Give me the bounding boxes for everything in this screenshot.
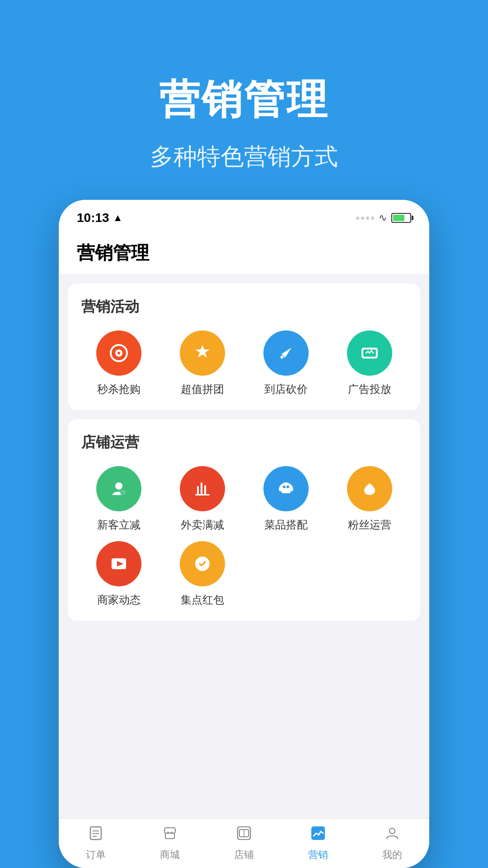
- ads-icon: [347, 330, 392, 376]
- svg-rect-11: [197, 486, 199, 495]
- dishmatch-icon: [263, 466, 309, 511]
- takeout-icon: [180, 466, 225, 511]
- fanop-icon: [347, 466, 392, 511]
- groupbuy-icon: [180, 330, 225, 376]
- newcustomer-item[interactable]: 新客立减: [81, 466, 156, 532]
- svg-rect-10: [204, 485, 206, 495]
- merchant-dynamic-item[interactable]: 商家动态: [81, 541, 156, 607]
- fanop-item[interactable]: 粉丝运营: [332, 466, 407, 532]
- orders-icon: [88, 825, 104, 845]
- hero-title: 营销管理: [159, 72, 329, 127]
- newcustomer-label: 新客立减: [97, 518, 141, 532]
- marketing-activities-card: 营销活动 秒杀抢购: [68, 283, 420, 410]
- dishmatch-item[interactable]: 菜品搭配: [249, 466, 323, 532]
- signal-icon: [356, 217, 374, 220]
- store-label: 店铺: [234, 848, 254, 862]
- store-operations-card: 店铺运营 新客立减: [68, 419, 420, 621]
- points-redpack-label: 集点红包: [181, 593, 224, 607]
- nav-mall[interactable]: 商城: [133, 825, 207, 862]
- marketing-label: 营销: [308, 848, 328, 862]
- phone-frame: 10:13 ▲ ∿ 营销管理 营销活动: [59, 200, 429, 868]
- groupbuy-item[interactable]: 超值拼团: [165, 330, 239, 396]
- svg-rect-12: [195, 494, 210, 495]
- store-icon-grid: 新客立减 外卖满减: [81, 466, 407, 607]
- takeout-item[interactable]: 外卖满减: [165, 466, 239, 532]
- fanop-label: 粉丝运营: [348, 518, 391, 532]
- orders-label: 订单: [86, 848, 106, 862]
- merchant-dynamic-label: 商家动态: [97, 593, 141, 607]
- marketing-icon: [310, 825, 326, 845]
- bargain-item[interactable]: 到店砍价: [249, 330, 323, 396]
- hero-subtitle: 多种特色营销方式: [150, 141, 338, 173]
- ads-label: 广告投放: [348, 382, 391, 396]
- status-icons: ∿: [356, 212, 411, 224]
- svg-point-14: [283, 486, 286, 488]
- mall-icon: [162, 825, 178, 845]
- newcustomer-icon: [96, 466, 141, 511]
- location-icon: ▲: [113, 212, 123, 224]
- ads-item[interactable]: 广告投放: [332, 330, 407, 396]
- store-section-title: 店铺运营: [81, 433, 407, 453]
- bargain-label: 到店砍价: [264, 382, 308, 396]
- svg-rect-9: [201, 482, 202, 495]
- takeout-label: 外卖满减: [181, 518, 224, 532]
- bottom-nav: 订单 商城 店铺: [59, 818, 429, 868]
- seckill-label: 秒杀抢购: [97, 382, 141, 396]
- svg-rect-13: [282, 491, 291, 493]
- status-bar: 10:13 ▲ ∿: [59, 200, 429, 231]
- nav-marketing[interactable]: 营销: [281, 825, 355, 862]
- bargain-icon: [263, 330, 309, 376]
- page-title: 营销管理: [77, 241, 411, 265]
- battery-icon: [391, 213, 411, 223]
- svg-point-6: [115, 482, 122, 490]
- merchant-dynamic-icon: [96, 541, 141, 586]
- svg-rect-3: [280, 355, 283, 359]
- nav-profile[interactable]: 我的: [355, 825, 429, 862]
- seckill-icon: [96, 330, 141, 376]
- mall-label: 商城: [160, 848, 180, 862]
- svg-point-2: [117, 352, 120, 354]
- nav-store[interactable]: 店铺: [207, 825, 281, 862]
- profile-label: 我的: [382, 848, 402, 862]
- svg-point-29: [389, 828, 395, 834]
- points-redpack-item[interactable]: 集点红包: [165, 541, 239, 607]
- app-header: 营销管理: [59, 231, 429, 274]
- svg-rect-23: [165, 833, 174, 839]
- nav-orders[interactable]: 订单: [59, 825, 133, 862]
- points-redpack-icon: [180, 541, 225, 586]
- dishmatch-label: 菜品搭配: [264, 518, 308, 532]
- marketing-section-title: 营销活动: [81, 297, 407, 317]
- profile-icon: [384, 825, 400, 845]
- wifi-icon: ∿: [379, 212, 387, 224]
- seckill-item[interactable]: 秒杀抢购: [81, 330, 156, 396]
- status-time: 10:13 ▲: [77, 211, 122, 225]
- marketing-icon-grid: 秒杀抢购 超值拼团: [81, 330, 407, 396]
- hero-section: 营销管理 多种特色营销方式: [0, 0, 488, 200]
- svg-point-15: [286, 486, 289, 488]
- store-icon: [236, 825, 252, 845]
- main-content: 营销活动 秒杀抢购: [59, 274, 429, 818]
- groupbuy-label: 超值拼团: [181, 382, 224, 396]
